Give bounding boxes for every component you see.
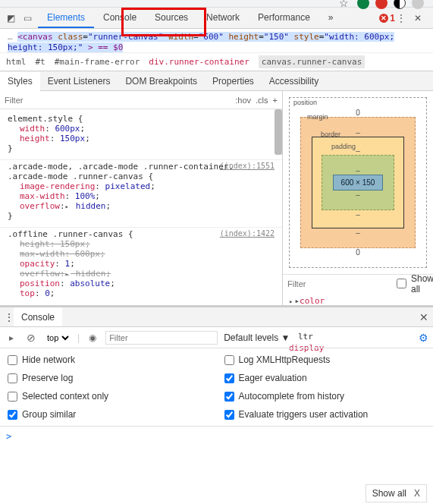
source-link[interactable]: (index):1422 [220,229,275,238]
styles-subtabs: Styles Event Listeners DOM Breakpoints P… [0,71,433,91]
subtab-dom-breakpoints[interactable]: DOM Breakpoints [118,71,205,90]
subtab-accessibility[interactable]: Accessibility [262,71,326,90]
gear-icon[interactable]: ⚙ [419,332,428,344]
source-link[interactable]: (index):1551 [220,162,275,170]
crumb-t[interactable]: #t [36,57,45,67]
tab-elements[interactable]: Elements [38,8,94,28]
showall-checkbox[interactable] [397,279,406,288]
subtab-event-listeners[interactable]: Event Listeners [40,71,118,90]
drawer-console-tab[interactable]: Console [14,307,62,326]
autocomplete-checkbox[interactable] [224,392,234,402]
hov-toggle[interactable]: :hov [235,96,251,105]
tab-sources[interactable]: Sources [146,8,197,28]
error-count: 1 [390,13,395,24]
ext-icon-3[interactable] [394,0,406,9]
footer-close-button[interactable]: X [414,488,420,499]
levels-dropdown[interactable]: Default levels ▼ [224,332,290,343]
elements-dom-row[interactable]: … <canvas class="runner-canvas" width="6… [0,29,433,53]
box-model[interactable]: position margin border padding 0 – – – [283,91,433,274]
rules-list: element.style { width: 600px; height: 15… [0,109,282,305]
tab-network[interactable]: Network [197,8,249,28]
box-content-size: 600 × 150 [333,175,383,191]
error-badge[interactable]: ✕1 [379,13,395,24]
log-xml-checkbox[interactable] [224,355,234,365]
cls-toggle[interactable]: .cls [256,96,268,105]
eager-eval-checkbox[interactable] [224,373,234,383]
tab-console[interactable]: Console [94,8,146,28]
crumb-runner-canvas[interactable]: canvas.runner-canvas [259,55,365,68]
context-select[interactable]: top [44,332,71,343]
subtab-styles[interactable]: Styles [0,72,40,91]
kebab-icon[interactable]: ⋮ [395,12,407,24]
showall-label: Show all [411,273,433,295]
drawer-kebab-icon[interactable]: ⋮ [5,312,14,323]
clear-console-icon[interactable]: ⊘ [24,332,38,344]
footer-bar: Show all X [366,484,427,502]
bookmark-star-icon[interactable]: ☆ [339,0,351,9]
tab-more[interactable]: » [319,8,343,28]
tab-performance[interactable]: Performance [249,8,319,28]
subtab-properties[interactable]: Properties [205,71,262,90]
preserve-log-checkbox[interactable] [8,373,17,383]
styles-filter-input[interactable] [5,96,231,105]
ext-icon-2[interactable] [375,0,388,9]
el-tag: <canvas [17,32,58,42]
selected-context-checkbox[interactable] [8,392,17,402]
console-filter-input[interactable] [105,331,218,345]
ext-icon-1[interactable] [357,0,369,9]
add-rule-button[interactable]: + [273,96,278,105]
computed-filter-input[interactable] [287,279,392,288]
crumb-main[interactable]: #main-frame-error [55,57,140,67]
console-prompt[interactable]: > [0,427,433,446]
close-icon[interactable]: ✕ [412,12,424,24]
drawer-close-icon[interactable]: ✕ [419,311,428,323]
eye-icon[interactable]: ◉ [86,332,99,343]
hide-network-checkbox[interactable] [8,355,17,365]
footer-showall[interactable]: Show all [372,488,406,499]
rule-selector[interactable]: element.style { [8,114,275,124]
crumb-html[interactable]: html [6,57,27,67]
group-similar-checkbox[interactable] [8,410,17,420]
device-toggle-icon[interactable]: ▭ [21,12,33,24]
devtools-tabbar: ◩ ▭ Elements Console Sources Network Per… [0,8,433,29]
profile-avatar[interactable] [412,0,424,9]
crumb-runner-container[interactable]: div.runner-container [149,57,249,67]
sidebar-toggle-icon[interactable]: ▸ [5,332,18,343]
inspect-icon[interactable]: ◩ [5,12,17,24]
breadcrumb: html #t #main-frame-error div.runner-con… [0,53,433,71]
triggers-activation-checkbox[interactable] [224,410,234,420]
